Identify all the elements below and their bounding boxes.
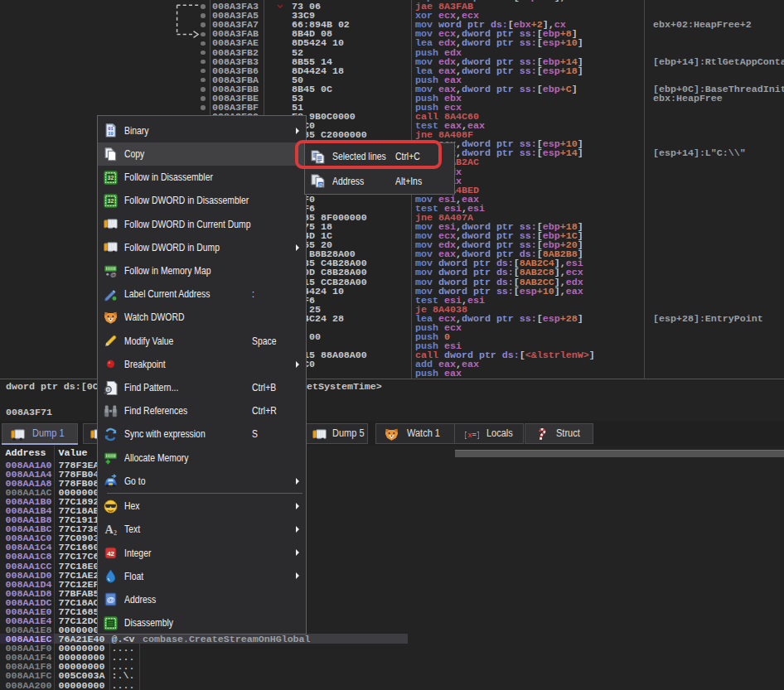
svg-text:A: A: [104, 523, 114, 536]
svg-text:10: 10: [108, 132, 113, 137]
svg-text:42: 42: [107, 550, 114, 557]
svg-text:32: 32: [108, 198, 114, 204]
svg-text:@: @: [110, 271, 117, 278]
svg-text:32: 32: [108, 175, 114, 181]
svg-text:2: 2: [114, 529, 117, 537]
svg-text:[x=]: [x=]: [465, 432, 479, 440]
svg-text:@: @: [107, 596, 115, 605]
svg-text:@: @: [317, 181, 322, 187]
